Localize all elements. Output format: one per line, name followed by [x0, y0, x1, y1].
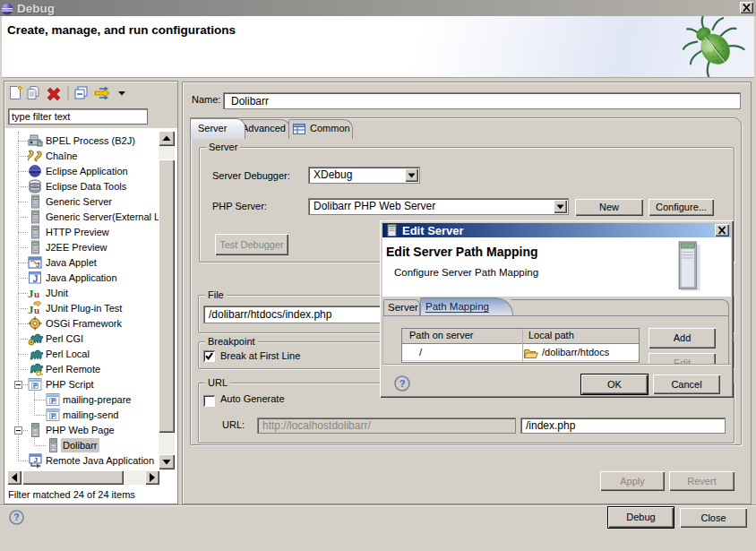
svg-text:u: u: [34, 288, 39, 299]
svg-text:?: ?: [13, 512, 19, 522]
svg-text:P: P: [33, 382, 38, 390]
svg-text:J: J: [33, 273, 39, 284]
svg-text:J: J: [36, 261, 39, 269]
svg-text:?: ?: [399, 378, 406, 389]
svg-text:J: J: [28, 287, 34, 300]
svg-text:P: P: [51, 412, 56, 420]
svg-text:u: u: [34, 305, 39, 315]
svg-text:P: P: [51, 397, 56, 405]
svg-text:J: J: [34, 456, 38, 464]
svg-text:J: J: [28, 303, 34, 315]
